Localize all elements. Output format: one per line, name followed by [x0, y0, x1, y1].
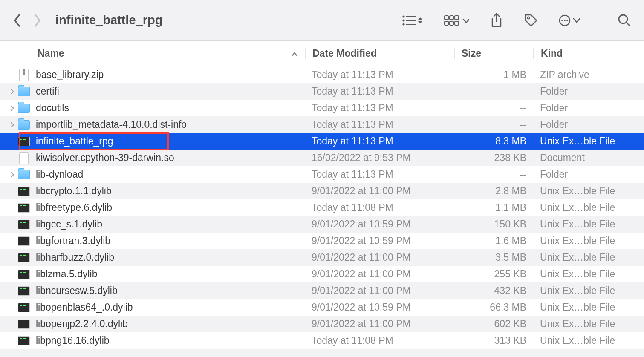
file-listing: Name Date Modified Size Kind base_librar…: [0, 40, 644, 349]
size-cell: 255 KB: [454, 266, 533, 282]
size-cell: 66.3 MB: [454, 299, 533, 316]
table-row[interactable]: libharfbuzz.0.dylib9/01/2022 at 11:00 PM…: [0, 249, 644, 266]
file-name: libpng16.16.dylib: [36, 332, 110, 349]
table-row[interactable]: certifiToday at 11:13 PM--Folder: [0, 83, 644, 100]
table-row[interactable]: kiwisolver.cpython-39-darwin.so16/02/202…: [0, 150, 644, 166]
kind-cell: Folder: [533, 116, 644, 133]
svg-rect-6: [445, 16, 448, 20]
table-row[interactable]: infinite_battle_rpgToday at 11:13 PM8.3 …: [0, 133, 644, 150]
folder-icon: [18, 169, 30, 181]
forward-button[interactable]: [32, 13, 42, 28]
svg-point-12: [528, 17, 530, 19]
term-icon: [18, 252, 30, 264]
name-cell: lib-dynload: [0, 166, 305, 183]
svg-rect-9: [445, 21, 448, 25]
date-modified-cell: Today at 11:08 PM: [305, 332, 454, 349]
date-modified-cell: Today at 11:13 PM: [305, 116, 454, 133]
name-cell: base_library.zip: [0, 66, 305, 83]
name-cell: libgfortran.3.dylib: [0, 233, 305, 249]
table-row[interactable]: libcrypto.1.1.dylib9/01/2022 at 11:00 PM…: [0, 183, 644, 199]
kind-cell: ZIP archive: [533, 66, 644, 83]
more-button[interactable]: [559, 14, 580, 27]
table-row[interactable]: liblzma.5.dylib9/01/2022 at 11:00 PM255 …: [0, 266, 644, 282]
svg-rect-7: [450, 16, 453, 20]
size-cell: --: [454, 166, 533, 183]
tags-button[interactable]: [524, 13, 538, 28]
file-name: libgfortran.3.dylib: [36, 233, 110, 249]
kind-cell: Unix Ex…ble File: [533, 332, 644, 349]
disclosure-triangle[interactable]: [9, 89, 15, 94]
date-modified-cell: 16/02/2022 at 9:53 PM: [305, 150, 454, 166]
term-icon: [18, 335, 30, 347]
file-name: infinite_battle_rpg: [36, 133, 113, 150]
term-icon: [18, 318, 30, 330]
date-modified-cell: Today at 11:08 PM: [305, 199, 454, 216]
table-row[interactable]: libopenblas64_.0.dylib9/01/2022 at 10:59…: [0, 299, 644, 316]
svg-point-16: [566, 20, 568, 21]
table-row[interactable]: libpng16.16.dylibToday at 11:08 PM313 KB…: [0, 332, 644, 349]
back-button[interactable]: [13, 13, 22, 28]
view-as-list-button[interactable]: [402, 14, 423, 27]
table-row[interactable]: importlib_metadata-4.10.0.dist-infoToday…: [0, 116, 644, 133]
chevron-left-icon: [13, 13, 22, 28]
term-icon: [18, 268, 30, 280]
size-cell: 150 KB: [454, 216, 533, 233]
date-modified-cell: 9/01/2022 at 11:00 PM: [305, 266, 454, 282]
name-cell: certifi: [0, 83, 305, 100]
column-header-name[interactable]: Name: [0, 48, 305, 59]
kind-cell: Unix Ex…ble File: [533, 282, 644, 299]
column-header-name-label: Name: [38, 48, 64, 59]
size-cell: 1 MB: [454, 66, 533, 83]
term-icon: [18, 219, 30, 230]
size-cell: 432 KB: [454, 282, 533, 299]
file-name: certifi: [36, 83, 59, 100]
date-modified-cell: Today at 11:13 PM: [305, 133, 454, 150]
folder-title: infinite_battle_rpg: [55, 13, 162, 27]
disclosure-triangle[interactable]: [9, 122, 15, 127]
size-cell: 8.3 MB: [454, 133, 533, 150]
disclosure-triangle[interactable]: [9, 106, 15, 111]
date-modified-cell: 9/01/2022 at 11:00 PM: [305, 183, 454, 199]
table-row[interactable]: libopenjp2.2.4.0.dylib9/01/2022 at 11:00…: [0, 316, 644, 332]
name-cell: libopenjp2.2.4.0.dylib: [0, 316, 305, 332]
name-cell: libopenblas64_.0.dylib: [0, 299, 305, 316]
name-cell: kiwisolver.cpython-39-darwin.so: [0, 150, 305, 166]
column-header-kind[interactable]: Kind: [533, 48, 644, 59]
size-cell: --: [454, 83, 533, 100]
date-modified-cell: Today at 11:13 PM: [305, 100, 454, 116]
name-cell: importlib_metadata-4.10.0.dist-info: [0, 116, 305, 133]
table-row[interactable]: lib-dynloadToday at 11:13 PM--Folder: [0, 166, 644, 183]
date-modified-cell: 9/01/2022 at 10:59 PM: [305, 299, 454, 316]
name-cell: libharfbuzz.0.dylib: [0, 249, 305, 266]
file-name: libopenblas64_.0.dylib: [36, 299, 133, 316]
table-row[interactable]: libncursesw.5.dylib9/01/2022 at 11:00 PM…: [0, 282, 644, 299]
table-row[interactable]: libgcc_s.1.dylib9/01/2022 at 10:59 PM150…: [0, 216, 644, 233]
search-button[interactable]: [618, 14, 631, 27]
date-modified-cell: 9/01/2022 at 11:00 PM: [305, 282, 454, 299]
list-view-icon: [402, 14, 423, 27]
chevron-right-icon: [10, 89, 14, 94]
chevron-right-icon: [10, 172, 14, 177]
size-cell: --: [454, 116, 533, 133]
column-headers: Name Date Modified Size Kind: [0, 41, 644, 66]
group-button[interactable]: [444, 14, 469, 27]
table-row[interactable]: libgfortran.3.dylib9/01/2022 at 10:59 PM…: [0, 233, 644, 249]
svg-point-0: [403, 16, 404, 17]
file-name: libharfbuzz.0.dylib: [36, 249, 114, 266]
name-cell: libncursesw.5.dylib: [0, 282, 305, 299]
column-header-date[interactable]: Date Modified: [305, 48, 454, 59]
kind-cell: Folder: [533, 100, 644, 116]
name-cell: infinite_battle_rpg: [0, 133, 305, 150]
disclosure-triangle[interactable]: [9, 172, 15, 177]
date-modified-cell: 9/01/2022 at 11:00 PM: [305, 249, 454, 266]
column-header-size[interactable]: Size: [454, 48, 533, 59]
share-button[interactable]: [490, 13, 503, 28]
table-row[interactable]: libfreetype.6.dylibToday at 11:08 PM1.1 …: [0, 199, 644, 216]
table-row[interactable]: base_library.zipToday at 11:13 PM1 MBZIP…: [0, 66, 644, 83]
svg-point-2: [403, 20, 404, 21]
table-row[interactable]: docutilsToday at 11:13 PM--Folder: [0, 100, 644, 116]
kind-cell: Unix Ex…ble File: [533, 299, 644, 316]
column-header-size-label: Size: [462, 48, 481, 59]
kind-cell: Folder: [533, 83, 644, 100]
size-cell: --: [454, 100, 533, 116]
